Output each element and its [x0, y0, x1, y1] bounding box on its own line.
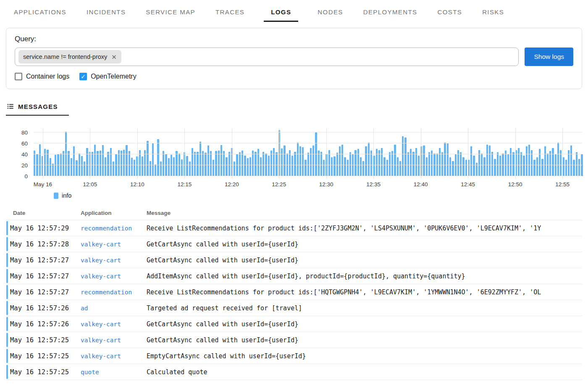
histogram-bar-info: [220, 145, 222, 176]
tab-deployments[interactable]: DEPLOYMENTS: [362, 8, 418, 22]
log-application-cell: quote: [81, 368, 147, 376]
tab-incidents[interactable]: INCIDENTS: [86, 8, 126, 22]
application-link[interactable]: valkey-cart: [81, 241, 121, 248]
chart-hgridline: [34, 154, 582, 154]
histogram-bar-info: [105, 157, 106, 176]
histogram-bar-info: [247, 158, 249, 176]
application-link[interactable]: ad: [81, 305, 88, 312]
top-navigation-tabs: APPLICATIONSINCIDENTSSERVICE MAPTRACESLO…: [0, 0, 588, 22]
table-row[interactable]: May 16 12:57:25valkey-cartGetCartAsync c…: [6, 332, 582, 348]
application-link[interactable]: valkey-cart: [81, 337, 121, 344]
histogram-bar-info: [462, 157, 464, 176]
table-row[interactable]: May 16 12:57:27recommendationReceive Lis…: [6, 284, 582, 300]
application-link[interactable]: recommendation: [81, 225, 132, 232]
checkbox-opentelemetry[interactable]: ✓OpenTelemetry: [79, 73, 136, 80]
tab-applications[interactable]: APPLICATIONS: [13, 8, 67, 22]
column-header-application: Application: [81, 210, 147, 216]
histogram-bar-info: [113, 161, 114, 176]
histogram-bar-info: [368, 143, 370, 176]
histogram-bar-info: [123, 150, 125, 176]
log-level-marker-info: [6, 349, 8, 363]
tab-nodes[interactable]: NODES: [317, 8, 344, 22]
tab-traces[interactable]: TRACES: [215, 8, 245, 22]
histogram-bar-info: [352, 154, 354, 176]
histogram-bar-info: [110, 148, 112, 176]
table-row[interactable]: May 16 12:57:25quoteCalculated quote: [6, 364, 582, 380]
log-level-marker-info: [6, 301, 8, 315]
application-link[interactable]: quote: [81, 369, 99, 375]
histogram-bar-info: [491, 152, 493, 176]
log-histogram-chart: 020406080 May 1612:0512:1012:1512:2012:2…: [6, 128, 582, 199]
query-input[interactable]: service.name != frontend-proxy ✕: [15, 48, 519, 66]
log-date: May 16 12:57:29: [6, 225, 81, 232]
log-level-marker-info: [6, 285, 8, 299]
table-row[interactable]: May 16 12:57:26adTargeted ad request rec…: [6, 300, 582, 316]
tab-costs[interactable]: COSTS: [436, 8, 463, 22]
histogram-bar-info: [331, 157, 333, 176]
table-row[interactable]: May 16 12:57:28valkey-cartGetCartAsync c…: [6, 236, 582, 252]
histogram-bar-info: [533, 160, 535, 176]
histogram-bar-info: [341, 145, 343, 176]
table-row[interactable]: May 16 12:57:26valkey-cartGetCartAsync c…: [6, 316, 582, 332]
log-application-cell: valkey-cart: [81, 352, 147, 360]
histogram-bar-info: [284, 145, 285, 176]
checkbox-checked-icon[interactable]: ✓: [79, 73, 87, 80]
histogram-bar-info: [47, 150, 48, 176]
histogram-bar-info: [207, 145, 209, 176]
histogram-bar-info: [505, 151, 507, 176]
application-link[interactable]: valkey-cart: [81, 257, 121, 264]
application-link[interactable]: valkey-cart: [81, 273, 121, 280]
histogram-bar-info: [333, 156, 335, 176]
histogram-bar-info: [344, 157, 346, 176]
histogram-bar-info: [565, 160, 567, 176]
chart-hgridline: [34, 143, 582, 143]
chart-vgridline: [562, 128, 563, 179]
histogram-bar-info: [455, 154, 457, 176]
histogram-bar-info: [489, 145, 491, 176]
show-logs-button[interactable]: Show logs: [525, 48, 573, 66]
tab-logs[interactable]: LOGS: [264, 8, 298, 22]
histogram-bar-info: [276, 152, 277, 176]
histogram-bar-info: [497, 152, 499, 176]
histogram-bar-info: [370, 151, 372, 176]
query-panel: Query: service.name != frontend-proxy ✕ …: [6, 28, 582, 89]
histogram-bar-info: [160, 161, 162, 176]
log-table-header: Date Application Message: [6, 208, 582, 220]
log-date: May 16 12:57:25: [6, 336, 81, 344]
application-link[interactable]: valkey-cart: [81, 321, 121, 328]
table-row[interactable]: May 16 12:57:29recommendationReceive Lis…: [6, 220, 582, 236]
checkbox-container-logs[interactable]: Container logs: [15, 73, 69, 80]
table-row[interactable]: May 16 12:57:25valkey-cartEmptyCartAsync…: [6, 348, 582, 364]
histogram-bar-info: [349, 152, 351, 176]
chart-plot: 020406080: [34, 128, 582, 176]
histogram-bar-info: [470, 146, 472, 176]
histogram-bar-info: [142, 156, 143, 176]
checkbox-unchecked-icon[interactable]: [15, 73, 22, 80]
chart-vgridline: [515, 128, 516, 179]
log-application-cell: valkey-cart: [81, 241, 147, 248]
tab-messages[interactable]: MESSAGES: [6, 101, 69, 116]
log-date: May 16 12:57:28: [6, 241, 81, 248]
tab-risks[interactable]: RISKS: [481, 8, 505, 22]
application-link[interactable]: recommendation: [81, 289, 132, 296]
histogram-bar-info: [439, 148, 441, 176]
x-axis-tick-label: 12:15: [177, 181, 192, 188]
chart-hgridline: [34, 132, 582, 132]
histogram-bar-info: [304, 160, 306, 176]
histogram-bar-info: [499, 156, 501, 176]
table-row[interactable]: May 16 12:57:27valkey-cartGetCartAsync c…: [6, 252, 582, 268]
histogram-bar-info: [360, 157, 362, 176]
histogram-bar-info: [426, 157, 428, 176]
chart-x-axis: May 1612:0512:1012:1512:2012:2512:3012:3…: [34, 176, 582, 189]
tab-service-map[interactable]: SERVICE MAP: [145, 8, 196, 22]
histogram-bar-info: [76, 160, 77, 176]
table-row[interactable]: May 16 12:57:27valkey-cartAddItemAsync c…: [6, 268, 582, 284]
histogram-bar-info: [202, 151, 204, 176]
histogram-bar-info: [581, 154, 583, 176]
x-axis-tick-label: 12:45: [461, 181, 475, 188]
chip-remove-icon[interactable]: ✕: [111, 54, 117, 60]
histogram-bar-info: [494, 159, 496, 176]
histogram-bar-info: [318, 151, 320, 176]
application-link[interactable]: valkey-cart: [81, 353, 121, 360]
chart-vgridline: [373, 128, 374, 179]
